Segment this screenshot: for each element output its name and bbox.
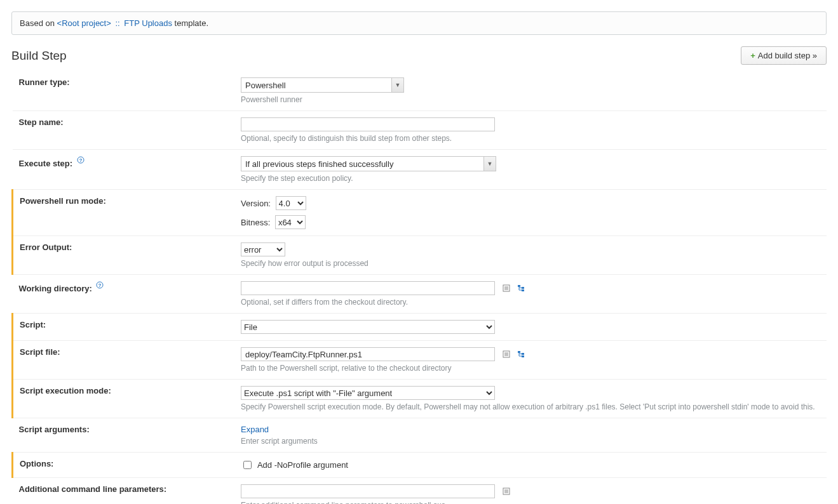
script-select[interactable]: File xyxy=(241,320,495,334)
svg-rect-15 xyxy=(518,351,520,353)
runner-type-value: Powershell xyxy=(241,81,391,90)
help-icon[interactable]: ? xyxy=(96,281,104,289)
svg-rect-9 xyxy=(522,287,524,289)
runner-type-select[interactable]: Powershell ▼ xyxy=(241,77,404,93)
additional-params-input[interactable] xyxy=(241,484,495,498)
based-on-suffix: template. xyxy=(172,18,208,28)
options-label: Options: xyxy=(13,453,241,478)
svg-rect-16 xyxy=(522,353,524,355)
no-profile-checkbox[interactable] xyxy=(243,461,252,469)
working-dir-input[interactable] xyxy=(241,281,495,295)
working-dir-hint: Optional, set if differs from the checko… xyxy=(241,298,821,307)
add-build-step-label: Add build step » xyxy=(758,51,817,60)
svg-text:?: ? xyxy=(79,157,82,163)
script-args-hint: Enter script arguments xyxy=(241,437,821,446)
breadcrumb-separator: :: xyxy=(113,18,121,28)
error-output-hint: Specify how error output is processed xyxy=(241,259,821,268)
runner-type-label: Runner type: xyxy=(13,71,241,111)
expand-link[interactable]: Expand xyxy=(241,425,269,434)
execute-step-select[interactable]: If all previous steps finished successfu… xyxy=(241,156,496,171)
additional-params-hint: Enter additional command line parameters… xyxy=(241,501,821,504)
error-output-select[interactable]: error xyxy=(241,242,285,256)
chevron-down-icon: ▼ xyxy=(483,157,496,171)
script-exec-mode-hint: Specify Powershell script execution mode… xyxy=(241,402,821,411)
tree-icon[interactable] xyxy=(517,284,525,294)
step-name-input[interactable] xyxy=(241,117,495,131)
script-file-hint: Path to the Powershell script, relative … xyxy=(241,364,821,373)
step-name-hint: Optional, specify to distinguish this bu… xyxy=(241,134,821,143)
additional-params-label: Additional command line parameters: xyxy=(13,478,241,505)
ps-run-mode-label: Powershell run mode: xyxy=(13,190,241,236)
page-title: Build Step xyxy=(11,49,67,63)
script-label: Script: xyxy=(13,314,241,341)
script-args-label: Script arguments: xyxy=(13,418,241,453)
error-output-label: Error Output: xyxy=(13,236,241,275)
svg-rect-10 xyxy=(522,289,524,291)
version-select[interactable]: 4.0 xyxy=(276,196,306,210)
step-name-label: Step name: xyxy=(13,111,241,150)
bitness-select[interactable]: x64 xyxy=(275,215,306,229)
template-based-on-note: Based on <Root project> :: FTP Uploads t… xyxy=(11,11,827,35)
list-icon[interactable] xyxy=(503,487,510,497)
based-on-prefix: Based on xyxy=(20,18,57,28)
version-label: Version: xyxy=(241,199,271,208)
bitness-label: Bitness: xyxy=(241,218,270,227)
help-icon[interactable]: ? xyxy=(77,156,84,164)
execute-step-label: Execute step: ? xyxy=(13,150,241,190)
svg-text:?: ? xyxy=(98,282,102,288)
list-icon[interactable] xyxy=(503,350,510,360)
no-profile-label: Add -NoProfile argument xyxy=(257,460,348,470)
script-file-input[interactable] xyxy=(241,347,495,361)
runner-type-hint: Powershell runner xyxy=(241,95,821,104)
add-build-step-button[interactable]: +Add build step » xyxy=(741,46,827,65)
execute-step-value: If all previous steps finished successfu… xyxy=(241,159,483,169)
plus-icon: + xyxy=(750,51,755,60)
script-file-label: Script file: xyxy=(13,341,241,380)
root-project-link[interactable]: <Root project> xyxy=(57,18,111,28)
working-dir-label: Working directory: ? xyxy=(13,275,241,314)
svg-rect-17 xyxy=(522,355,524,357)
template-link[interactable]: FTP Uploads xyxy=(124,18,172,28)
script-exec-mode-label: Script execution mode: xyxy=(13,380,241,418)
tree-icon[interactable] xyxy=(517,350,525,360)
chevron-down-icon: ▼ xyxy=(391,78,403,92)
script-exec-mode-select[interactable]: Execute .ps1 script with "-File" argumen… xyxy=(241,386,495,400)
list-icon[interactable] xyxy=(503,284,510,294)
svg-rect-8 xyxy=(518,285,520,287)
execute-step-hint: Specify the step execution policy. xyxy=(241,174,821,183)
